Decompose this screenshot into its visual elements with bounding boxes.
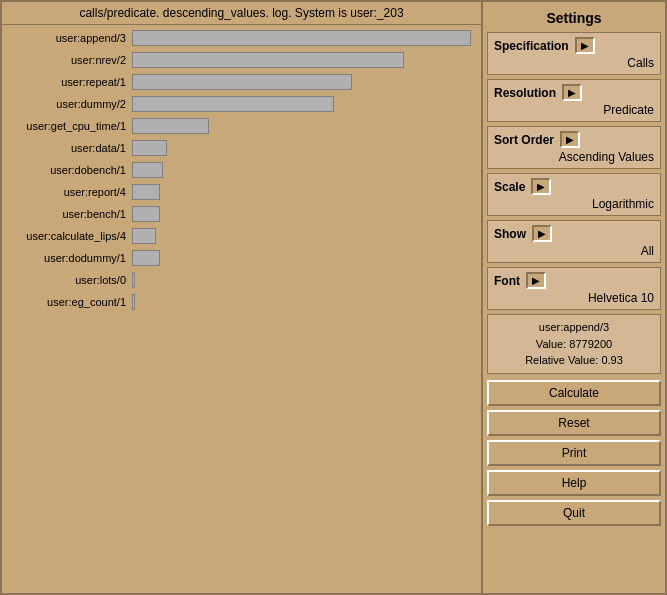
bar — [132, 118, 209, 134]
bar-label: user:eg_count/1 — [2, 296, 132, 308]
show-label: Show — [494, 227, 526, 241]
bar-label: user:repeat/1 — [2, 76, 132, 88]
chart-area: user:append/3user:nrev/2user:repeat/1use… — [2, 25, 481, 593]
show-group: Show ▶ All — [487, 220, 661, 263]
specification-toggle[interactable]: ▶ — [575, 37, 595, 54]
bar-label: user:dodummy/1 — [2, 252, 132, 264]
scale-group: Scale ▶ Logarithmic — [487, 173, 661, 216]
bar-container — [132, 228, 481, 244]
bar-label: user:calculate_lips/4 — [2, 230, 132, 242]
info-relative-value: 0.93 — [601, 354, 622, 366]
sort-order-value: Ascending Values — [494, 150, 654, 164]
bar-row: user:append/3 — [2, 27, 481, 49]
bar-container — [132, 118, 481, 134]
bar — [132, 96, 334, 112]
bar-row: user:eg_count/1 — [2, 291, 481, 313]
bar-container — [132, 272, 481, 288]
bar-label: user:report/4 — [2, 186, 132, 198]
bar-container — [132, 162, 481, 178]
info-box: user:append/3 Value: 8779200 Relative Va… — [487, 314, 661, 374]
bar-container — [132, 294, 481, 310]
resolution-toggle[interactable]: ▶ — [562, 84, 582, 101]
left-panel: calls/predicate. descending_values. log.… — [2, 2, 483, 593]
bar-container — [132, 74, 481, 90]
sort-order-group: Sort Order ▶ Ascending Values — [487, 126, 661, 169]
right-panel: Settings Specification ▶ Calls Resolutio… — [483, 2, 665, 593]
bar-row: user:calculate_lips/4 — [2, 225, 481, 247]
bar-label: user:append/3 — [2, 32, 132, 44]
info-value: 8779200 — [569, 338, 612, 350]
bar-label: user:nrev/2 — [2, 54, 132, 66]
bar — [132, 30, 471, 46]
info-value-label: Value: — [536, 338, 566, 350]
chart-content[interactable]: user:append/3user:nrev/2user:repeat/1use… — [2, 25, 481, 593]
resolution-label: Resolution — [494, 86, 556, 100]
bar-row: user:bench/1 — [2, 203, 481, 225]
bar-container — [132, 52, 481, 68]
bar — [132, 206, 160, 222]
font-label: Font — [494, 274, 520, 288]
bar — [132, 140, 167, 156]
bar-label: user:data/1 — [2, 142, 132, 154]
print-button[interactable]: Print — [487, 440, 661, 466]
bar-row: user:report/4 — [2, 181, 481, 203]
bar-container — [132, 184, 481, 200]
bar — [132, 250, 160, 266]
info-value-line: Value: 8779200 — [494, 336, 654, 353]
font-toggle[interactable]: ▶ — [526, 272, 546, 289]
bar-row: user:repeat/1 — [2, 71, 481, 93]
bar-label: user:dobench/1 — [2, 164, 132, 176]
sort-order-label: Sort Order — [494, 133, 554, 147]
resolution-value: Predicate — [494, 103, 654, 117]
specification-label: Specification — [494, 39, 569, 53]
bar — [132, 162, 163, 178]
bar-label: user:lots/0 — [2, 274, 132, 286]
quit-button[interactable]: Quit — [487, 500, 661, 526]
specification-value: Calls — [494, 56, 654, 70]
bar-label: user:get_cpu_time/1 — [2, 120, 132, 132]
bar-container — [132, 140, 481, 156]
bar — [132, 184, 160, 200]
bar-container — [132, 30, 481, 46]
info-relative-label: Relative Value: — [525, 354, 598, 366]
specification-group: Specification ▶ Calls — [487, 32, 661, 75]
bar-container — [132, 250, 481, 266]
sort-order-toggle[interactable]: ▶ — [560, 131, 580, 148]
bar — [132, 52, 404, 68]
bar — [132, 272, 135, 288]
show-value: All — [494, 244, 654, 258]
bar-label: user:dummy/2 — [2, 98, 132, 110]
font-value: Helvetica 10 — [494, 291, 654, 305]
scale-toggle[interactable]: ▶ — [531, 178, 551, 195]
font-group: Font ▶ Helvetica 10 — [487, 267, 661, 310]
bar-row: user:get_cpu_time/1 — [2, 115, 481, 137]
settings-title: Settings — [487, 6, 661, 32]
info-relative-line: Relative Value: 0.93 — [494, 352, 654, 369]
info-predicate: user:append/3 — [494, 319, 654, 336]
scale-value: Logarithmic — [494, 197, 654, 211]
bar — [132, 228, 156, 244]
bar-row: user:nrev/2 — [2, 49, 481, 71]
scale-label: Scale — [494, 180, 525, 194]
resolution-group: Resolution ▶ Predicate — [487, 79, 661, 122]
bar-row: user:dummy/2 — [2, 93, 481, 115]
bar-row: user:dodummy/1 — [2, 247, 481, 269]
bar-label: user:bench/1 — [2, 208, 132, 220]
bar-row: user:dobench/1 — [2, 159, 481, 181]
chart-title: calls/predicate. descending_values. log.… — [2, 2, 481, 25]
bar — [132, 294, 135, 310]
bar-container — [132, 206, 481, 222]
help-button[interactable]: Help — [487, 470, 661, 496]
bar-row: user:lots/0 — [2, 269, 481, 291]
show-toggle[interactable]: ▶ — [532, 225, 552, 242]
bar-container — [132, 96, 481, 112]
bar — [132, 74, 352, 90]
bar-row: user:data/1 — [2, 137, 481, 159]
reset-button[interactable]: Reset — [487, 410, 661, 436]
calculate-button[interactable]: Calculate — [487, 380, 661, 406]
action-buttons: Calculate Reset Print Help Quit — [487, 380, 661, 526]
